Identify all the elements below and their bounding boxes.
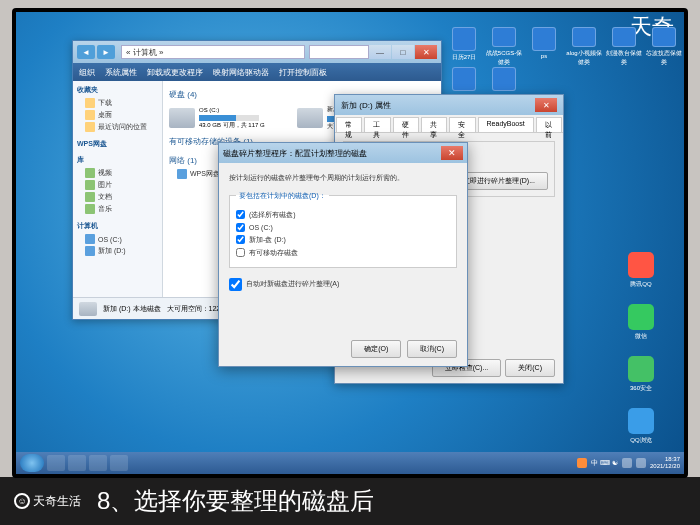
desktop-icons-col: 腾讯QQ微信360安全QQ浏览WPS办公融创管腾讯视频剪映美 bbox=[616, 252, 676, 474]
properties-tab[interactable]: 工具 bbox=[364, 117, 390, 132]
ok-button[interactable]: 确定(O) bbox=[351, 340, 401, 358]
close-button[interactable]: ✕ bbox=[415, 45, 437, 59]
taskbar-item[interactable] bbox=[47, 455, 65, 471]
desktop-folder-icon[interactable]: 日历27日 bbox=[444, 27, 484, 67]
properties-tab[interactable]: 常规 bbox=[336, 117, 362, 132]
explorer-menubar: 组织系统属性卸载或更改程序映射网络驱动器打开控制面板 bbox=[73, 63, 441, 81]
back-button[interactable]: ◄ bbox=[77, 45, 95, 59]
drive-icon bbox=[169, 108, 195, 128]
menu-item[interactable]: 卸载或更改程序 bbox=[147, 67, 203, 78]
properties-tab[interactable]: 硬件 bbox=[393, 117, 419, 132]
forward-button[interactable]: ► bbox=[97, 45, 115, 59]
close-props-button[interactable]: 关闭(C) bbox=[505, 359, 555, 377]
disk-select-fieldset: 要包括在计划中的磁盘(D)： (选择所有磁盘)OS (C:)新加-盘 (D:)有… bbox=[229, 191, 457, 268]
sidebar-favorites-header: 收藏夹 bbox=[77, 85, 158, 95]
sidebar-item[interactable]: 视频 bbox=[77, 167, 158, 179]
explorer-titlebar[interactable]: ◄ ► « 计算机 » — □ ✕ bbox=[73, 41, 441, 63]
start-button[interactable] bbox=[20, 454, 44, 472]
sidebar-item[interactable]: 最近访问的位置 bbox=[77, 121, 158, 133]
desktop-folder-icon[interactable]: 刻漫教台保健类 bbox=[604, 27, 644, 67]
desktop-app-icon[interactable]: 360安全 bbox=[616, 356, 666, 404]
sidebar-item[interactable]: 下载 bbox=[77, 97, 158, 109]
properties-tab[interactable]: 以前 bbox=[536, 117, 562, 132]
system-tray: 中 ⌨ ☯ 18:37 2021/12/20 bbox=[577, 456, 680, 469]
sidebar-item[interactable]: 文档 bbox=[77, 191, 158, 203]
explorer-sidebar: 收藏夹 下载桌面最近访问的位置 WPS网盘 库 视频图片文档音乐 计算机 OS … bbox=[73, 81, 163, 319]
sidebar-computer-header: 计算机 bbox=[77, 221, 158, 231]
desktop-folder-icon[interactable]: alog小视频保健类 bbox=[564, 27, 604, 67]
taskbar[interactable]: 中 ⌨ ☯ 18:37 2021/12/20 bbox=[16, 452, 684, 474]
status-drive: 新加 (D:) 本地磁盘 bbox=[103, 304, 161, 314]
minimize-button[interactable]: — bbox=[369, 45, 391, 59]
close-icon[interactable]: ✕ bbox=[441, 146, 463, 160]
sidebar-wps-header[interactable]: WPS网盘 bbox=[77, 139, 158, 149]
properties-title[interactable]: 新加 (D:) 属性 ✕ bbox=[335, 95, 563, 115]
menu-item[interactable]: 系统属性 bbox=[105, 67, 137, 78]
dialog-message: 按计划运行的磁盘碎片整理每个周期的计划运行所需的。 bbox=[229, 173, 457, 183]
sidebar-libraries-header: 库 bbox=[77, 155, 158, 165]
desktop-app-icon[interactable]: QQ浏览 bbox=[616, 408, 666, 456]
address-bar[interactable]: « 计算机 » bbox=[121, 45, 305, 59]
taskbar-item[interactable] bbox=[89, 455, 107, 471]
defrag-schedule-dialog[interactable]: 磁盘碎片整理程序：配置计划整理的磁盘 ✕ 按计划运行的磁盘碎片整理每个周期的计划… bbox=[218, 142, 468, 367]
disk-checkbox[interactable]: (选择所有磁盘) bbox=[236, 210, 450, 220]
properties-tabs: 常规工具硬件共享安全ReadyBoost以前 bbox=[335, 115, 563, 133]
desktop-app-icon[interactable]: 腾讯QQ bbox=[616, 252, 666, 300]
menu-item[interactable]: 组织 bbox=[79, 67, 95, 78]
desktop-folder-icon[interactable]: ps bbox=[524, 27, 564, 67]
fieldset-legend: 要包括在计划中的磁盘(D)： bbox=[236, 191, 329, 201]
disk-checkbox[interactable]: 有可移动存磁盘 bbox=[236, 248, 450, 258]
auto-defrag-checkbox[interactable]: 自动对新磁盘进行碎片整理(A) bbox=[229, 278, 457, 291]
caption-text: 8、选择你要整理的磁盘后 bbox=[97, 485, 374, 517]
sidebar-item[interactable]: 图片 bbox=[77, 179, 158, 191]
sidebar-item[interactable]: 音乐 bbox=[77, 203, 158, 215]
desktop-app-icon[interactable]: 微信 bbox=[616, 304, 666, 352]
disk-checkbox[interactable]: OS (C:) bbox=[236, 223, 450, 232]
ime-indicator[interactable]: 中 ⌨ ☯ bbox=[591, 458, 618, 468]
properties-tab[interactable]: ReadyBoost bbox=[478, 117, 534, 132]
taskbar-item[interactable] bbox=[110, 455, 128, 471]
desktop: 天奇 日历27日战战5CGS-保健类psalog小视频保健类刻漫教台保健类芯波技… bbox=[16, 12, 684, 474]
dialog-title: 磁盘碎片整理程序：配置计划整理的磁盘 bbox=[223, 148, 367, 159]
tray-icon[interactable] bbox=[577, 458, 587, 468]
desktop-folder-icon[interactable]: 芯波技态保健类 bbox=[644, 27, 684, 67]
properties-tab[interactable]: 安全 bbox=[449, 117, 475, 132]
close-button[interactable]: ✕ bbox=[535, 98, 557, 112]
menu-item[interactable]: 打开控制面板 bbox=[279, 67, 327, 78]
drive-item[interactable]: OS (C:)43.0 GB 可用，共 117 G bbox=[169, 105, 289, 131]
sidebar-item[interactable]: 桌面 bbox=[77, 109, 158, 121]
logo-icon: ☺ bbox=[14, 493, 30, 509]
properties-tab[interactable]: 共享 bbox=[421, 117, 447, 132]
brand-name: 天奇生活 bbox=[33, 493, 81, 510]
search-input[interactable] bbox=[309, 45, 369, 59]
maximize-button[interactable]: □ bbox=[392, 45, 414, 59]
tray-clock[interactable]: 18:37 2021/12/20 bbox=[650, 456, 680, 469]
menu-item[interactable]: 映射网络驱动器 bbox=[213, 67, 269, 78]
disk-checkbox[interactable]: 新加-盘 (D:) bbox=[236, 235, 450, 245]
drive-icon bbox=[297, 108, 323, 128]
tray-icon[interactable] bbox=[622, 458, 632, 468]
brand-logo: ☺ 天奇生活 bbox=[14, 493, 81, 510]
dialog-titlebar[interactable]: 磁盘碎片整理程序：配置计划整理的磁盘 ✕ bbox=[219, 143, 467, 163]
sidebar-item[interactable]: OS (C:) bbox=[77, 233, 158, 245]
desktop-folder-icon[interactable]: 战战5CGS-保健类 bbox=[484, 27, 524, 67]
sidebar-item[interactable]: 新加 (D:) bbox=[77, 245, 158, 257]
video-caption-overlay: ☺ 天奇生活 8、选择你要整理的磁盘后 bbox=[0, 477, 700, 525]
taskbar-item[interactable] bbox=[68, 455, 86, 471]
tray-icon[interactable] bbox=[636, 458, 646, 468]
cancel-button[interactable]: 取消(C) bbox=[407, 340, 457, 358]
